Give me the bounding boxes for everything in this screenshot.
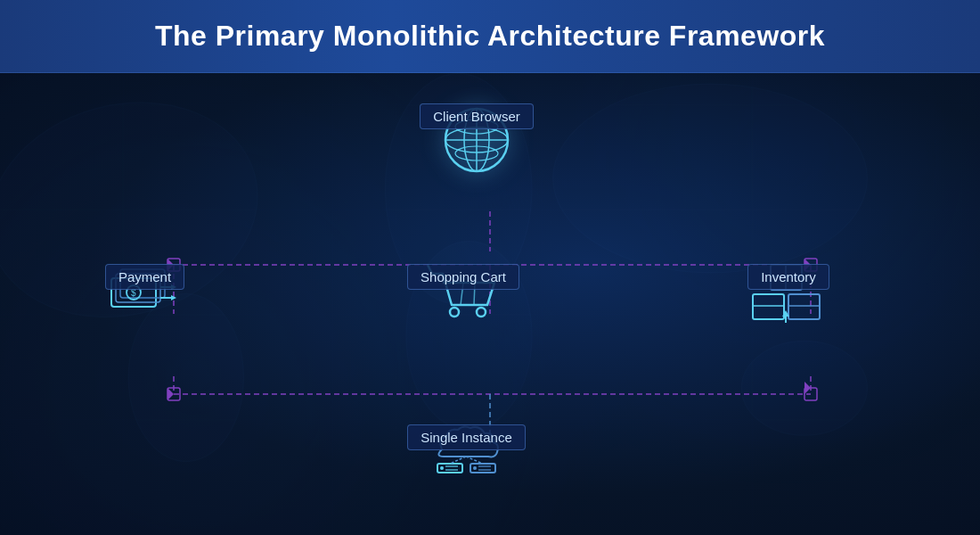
single-instance-label: Single Instance — [407, 424, 526, 450]
inventory-label: Inventory — [747, 264, 829, 290]
svg-point-67 — [473, 466, 477, 470]
svg-point-49 — [450, 308, 459, 317]
shopping-cart-node: Shopping Cart — [423, 260, 503, 332]
page-title: The Primary Monolithic Architecture Fram… — [18, 20, 962, 53]
payment-label: Payment — [105, 264, 184, 290]
svg-marker-30 — [167, 388, 174, 400]
shopping-cart-label: Shopping Cart — [407, 264, 519, 290]
svg-line-71 — [466, 457, 483, 464]
svg-rect-58 — [788, 294, 820, 319]
inventory-node: Inventory — [748, 260, 829, 332]
svg-line-70 — [450, 457, 466, 464]
svg-rect-56 — [753, 294, 784, 319]
svg-rect-26 — [167, 388, 180, 400]
single-instance-node: Single Instance — [424, 421, 509, 488]
svg-point-50 — [477, 308, 486, 317]
svg-rect-27 — [804, 388, 817, 400]
svg-marker-31 — [804, 382, 811, 394]
client-browser-label: Client Browser — [420, 103, 534, 129]
payment-node: $ Payment — [107, 260, 183, 327]
client-browser-node: Client Browser — [437, 100, 517, 180]
architecture-diagram: Client Browser $ Payment — [0, 73, 980, 528]
svg-marker-47 — [171, 295, 176, 300]
page-header: The Primary Monolithic Architecture Fram… — [0, 0, 980, 73]
svg-point-63 — [440, 466, 444, 470]
